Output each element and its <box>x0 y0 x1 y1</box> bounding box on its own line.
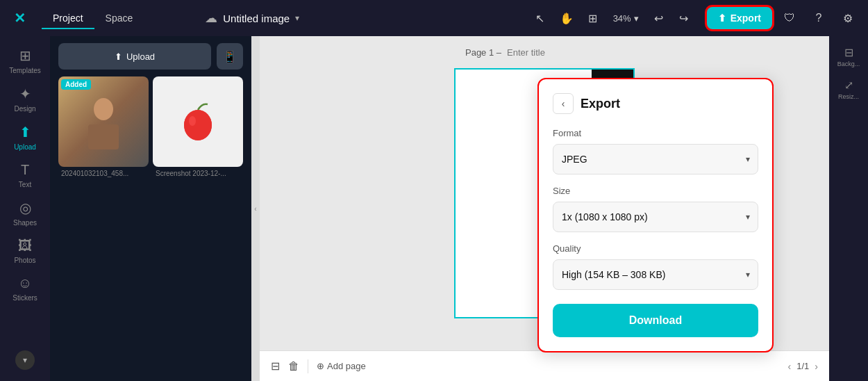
help-button[interactable]: ? <box>807 6 831 30</box>
export-label: Export <box>731 13 761 24</box>
right-panel-resize-label: Resiz... <box>838 93 859 100</box>
page-navigation: ‹ 1/1 › <box>788 361 818 372</box>
topbar-right: ⬆ Export 🛡 ? ⚙ <box>707 6 860 30</box>
background-icon: ⊟ <box>844 46 853 59</box>
upload-button[interactable]: ⬆ Upload <box>58 43 211 70</box>
device-button[interactable]: 📱 <box>217 43 243 70</box>
sidebar-label-templates: Templates <box>9 67 41 74</box>
sidebar-item-design[interactable]: ✦ Design <box>0 80 50 118</box>
sidebar-label-shapes: Shapes <box>13 219 37 227</box>
undo-redo-group: ↩ ↪ <box>647 6 696 30</box>
size-section: Size 1x (1080 x 1080 px) 2x (2160 x 2160… <box>553 186 758 232</box>
size-select[interactable]: 1x (1080 x 1080 px) 2x (2160 x 2160 px) … <box>553 202 758 232</box>
download-button[interactable]: Download <box>553 304 758 337</box>
upload-btn-icon: ⬆ <box>115 51 122 62</box>
svg-point-4 <box>189 116 196 126</box>
upload-panel: ⬆ Upload 📱 Added 202401032103_458... <box>50 36 251 381</box>
page-icon[interactable]: ⊟ <box>271 359 280 373</box>
design-icon: ✦ <box>19 86 31 102</box>
panel-image-label-1: 202401032103_458... <box>58 167 149 180</box>
quality-select-wrap: High (154 KB – 308 KB) Medium Low ▾ <box>553 259 758 290</box>
sidebar-expand-button[interactable]: ▾ <box>15 350 35 370</box>
size-select-wrap: 1x (1080 x 1080 px) 2x (2160 x 2160 px) … <box>553 202 758 232</box>
upload-icon: ⬆ <box>19 124 31 140</box>
export-panel-title: Export <box>581 97 620 111</box>
shapes-icon: ◎ <box>19 200 31 216</box>
image-preview-2 <box>153 76 243 167</box>
panel-image-label-2: Screenshot 2023-12-... <box>153 167 243 180</box>
trash-icon[interactable]: 🗑 <box>288 360 299 373</box>
divider <box>308 359 308 373</box>
sidebar: ⊞ Templates ✦ Design ⬆ Upload T Text ◎ S… <box>0 36 50 381</box>
cloud-icon: ☁ <box>205 10 217 26</box>
hand-tool-button[interactable]: ✋ <box>555 6 578 30</box>
sidebar-item-upload[interactable]: ⬆ Upload <box>0 118 50 156</box>
logo[interactable]: ✕ <box>8 7 31 29</box>
main-area: ⊞ Templates ✦ Design ⬆ Upload T Text ◎ S… <box>0 36 868 381</box>
export-icon: ⬆ <box>718 13 726 24</box>
sidebar-item-text[interactable]: T Text <box>0 156 50 194</box>
export-back-button[interactable]: ‹ <box>553 93 574 114</box>
canvas-content: ‹ Export Format JPEG PNG PDF SVG GIF ▾ <box>260 36 829 350</box>
page-count: 1/1 <box>796 361 809 371</box>
zoom-level: 34% <box>613 13 631 24</box>
shield-button[interactable]: 🛡 <box>778 6 801 30</box>
add-page-button[interactable]: ⊕ Add page <box>317 361 366 371</box>
topbar-center: ☁ Untitled image ▾ <box>205 10 522 26</box>
sidebar-item-templates[interactable]: ⊞ Templates <box>0 42 50 80</box>
upload-btn-label: Upload <box>126 51 155 62</box>
format-label: Format <box>553 128 758 138</box>
pointer-tool-button[interactable]: ↖ <box>528 6 552 30</box>
right-panel-background-label: Backg... <box>837 60 860 67</box>
right-panel-background[interactable]: ⊟ Backg... <box>832 42 865 72</box>
panel-image-1[interactable]: Added <box>58 76 149 167</box>
title-chevron-icon[interactable]: ▾ <box>295 13 299 23</box>
sidebar-item-shapes[interactable]: ◎ Shapes <box>0 194 50 232</box>
sidebar-label-photos: Photos <box>14 257 35 264</box>
photos-icon: 🖼 <box>18 238 32 254</box>
export-panel-header: ‹ Export <box>553 93 758 114</box>
right-panel: ⊟ Backg... ⤢ Resiz... <box>829 36 868 381</box>
image-preview-1 <box>58 76 149 167</box>
layout-tool-button[interactable]: ⊞ <box>581 6 605 30</box>
redo-button[interactable]: ↪ <box>672 6 696 30</box>
svg-rect-1 <box>88 124 119 149</box>
format-select[interactable]: JPEG PNG PDF SVG GIF <box>553 144 758 175</box>
settings-button[interactable]: ⚙ <box>836 6 860 30</box>
size-label: Size <box>553 186 758 196</box>
topbar-tabs: Project Space <box>42 8 144 28</box>
right-panel-resize[interactable]: ⤢ Resiz... <box>832 74 865 104</box>
svg-point-3 <box>184 110 212 140</box>
sidebar-item-photos[interactable]: 🖼 Photos <box>0 232 50 270</box>
canvas-area: Page 1 – ‹ Export Format JPEG PNG <box>260 36 829 381</box>
format-section: Format JPEG PNG PDF SVG GIF ▾ <box>553 128 758 175</box>
canvas-bottom-bar: ⊟ 🗑 ⊕ Add page ‹ 1/1 › <box>260 350 829 381</box>
next-page-button[interactable]: › <box>815 361 818 372</box>
sidebar-label-stickers: Stickers <box>12 294 37 302</box>
topbar-tools: ↖ ✋ ⊞ 34% ▾ ↩ ↪ <box>528 6 696 30</box>
tab-project[interactable]: Project <box>42 8 94 28</box>
export-panel: ‹ Export Format JPEG PNG PDF SVG GIF ▾ <box>537 78 774 352</box>
text-icon: T <box>21 162 29 178</box>
svg-point-0 <box>94 98 113 120</box>
quality-select[interactable]: High (154 KB – 308 KB) Medium Low <box>553 259 758 290</box>
zoom-chevron-icon: ▾ <box>634 13 639 24</box>
resize-icon: ⤢ <box>844 79 853 92</box>
tab-space[interactable]: Space <box>94 8 144 28</box>
sidebar-label-text: Text <box>19 181 31 188</box>
add-page-label: Add page <box>327 361 366 371</box>
undo-button[interactable]: ↩ <box>647 6 671 30</box>
panel-image-2[interactable] <box>153 76 243 167</box>
export-button[interactable]: ⬆ Export <box>707 7 772 29</box>
list-item: Screenshot 2023-12-... <box>153 76 243 381</box>
add-page-icon: ⊕ <box>317 361 324 371</box>
panel-grid: Added 202401032103_458... Sc <box>50 76 251 381</box>
panel-collapse-handle[interactable]: ‹ <box>251 36 260 381</box>
zoom-display[interactable]: 34% ▾ <box>608 13 644 24</box>
quality-section: Quality High (154 KB – 308 KB) Medium Lo… <box>553 243 758 290</box>
prev-page-button[interactable]: ‹ <box>788 361 792 372</box>
sidebar-item-stickers[interactable]: ☺ Stickers <box>0 270 50 307</box>
list-item: Added 202401032103_458... <box>58 76 149 381</box>
document-title[interactable]: Untitled image <box>223 13 290 24</box>
added-badge: Added <box>61 79 91 90</box>
